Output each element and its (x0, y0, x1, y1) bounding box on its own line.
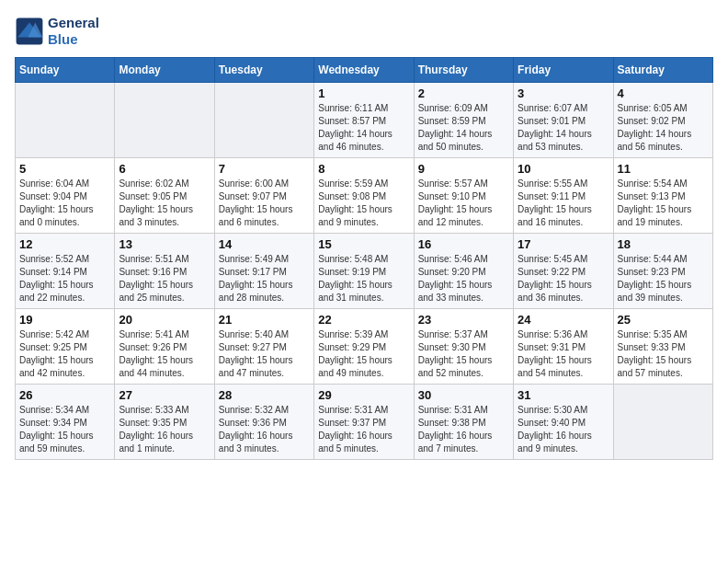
calendar-cell: 24Sunrise: 5:36 AM Sunset: 9:31 PM Dayli… (514, 309, 613, 385)
day-number: 6 (119, 162, 210, 176)
day-number: 20 (119, 313, 210, 327)
day-info: Sunrise: 6:02 AM Sunset: 9:05 PM Dayligh… (119, 178, 210, 229)
calendar-cell: 30Sunrise: 5:31 AM Sunset: 9:38 PM Dayli… (414, 385, 513, 460)
calendar-cell: 25Sunrise: 5:35 AM Sunset: 9:33 PM Dayli… (613, 309, 712, 385)
day-header-friday: Friday (514, 58, 613, 83)
day-number: 31 (518, 388, 609, 402)
day-number: 23 (418, 313, 509, 327)
day-number: 26 (19, 388, 110, 402)
calendar-cell: 9Sunrise: 5:57 AM Sunset: 9:10 PM Daylig… (414, 158, 513, 234)
logo: General Blue (15, 15, 99, 48)
day-info: Sunrise: 5:36 AM Sunset: 9:31 PM Dayligh… (518, 328, 609, 380)
calendar-cell: 27Sunrise: 5:33 AM Sunset: 9:35 PM Dayli… (115, 385, 214, 460)
calendar-cell: 28Sunrise: 5:32 AM Sunset: 9:36 PM Dayli… (214, 385, 313, 460)
calendar-cell: 10Sunrise: 5:55 AM Sunset: 9:11 PM Dayli… (514, 158, 613, 234)
day-info: Sunrise: 5:59 AM Sunset: 9:08 PM Dayligh… (318, 178, 409, 229)
day-number: 14 (219, 237, 310, 251)
calendar-cell: 12Sunrise: 5:52 AM Sunset: 9:14 PM Dayli… (16, 234, 115, 309)
day-number: 13 (119, 237, 210, 251)
day-info: Sunrise: 5:30 AM Sunset: 9:40 PM Dayligh… (518, 404, 609, 455)
calendar-cell (115, 83, 214, 158)
calendar-cell: 23Sunrise: 5:37 AM Sunset: 9:30 PM Dayli… (414, 309, 513, 385)
day-info: Sunrise: 5:39 AM Sunset: 9:29 PM Dayligh… (318, 328, 409, 380)
calendar-cell (613, 385, 712, 460)
day-header-monday: Monday (115, 58, 214, 83)
day-info: Sunrise: 5:46 AM Sunset: 9:20 PM Dayligh… (418, 253, 509, 304)
calendar-cell: 8Sunrise: 5:59 AM Sunset: 9:08 PM Daylig… (314, 158, 414, 234)
day-info: Sunrise: 5:45 AM Sunset: 9:22 PM Dayligh… (518, 253, 609, 304)
calendar-cell: 29Sunrise: 5:31 AM Sunset: 9:37 PM Dayli… (314, 385, 414, 460)
day-info: Sunrise: 5:37 AM Sunset: 9:30 PM Dayligh… (418, 328, 509, 380)
calendar-table: SundayMondayTuesdayWednesdayThursdayFrid… (15, 57, 713, 460)
day-info: Sunrise: 6:00 AM Sunset: 9:07 PM Dayligh… (219, 178, 310, 229)
day-number: 16 (418, 237, 509, 251)
day-info: Sunrise: 5:52 AM Sunset: 9:14 PM Dayligh… (19, 253, 110, 304)
page-header: General Blue (15, 15, 713, 48)
calendar-cell: 11Sunrise: 5:54 AM Sunset: 9:13 PM Dayli… (613, 158, 712, 234)
day-info: Sunrise: 5:42 AM Sunset: 9:25 PM Dayligh… (19, 328, 110, 380)
day-info: Sunrise: 6:04 AM Sunset: 9:04 PM Dayligh… (19, 178, 110, 229)
calendar-cell: 17Sunrise: 5:45 AM Sunset: 9:22 PM Dayli… (514, 234, 613, 309)
calendar-week-1: 1Sunrise: 6:11 AM Sunset: 8:57 PM Daylig… (16, 83, 713, 158)
day-number: 21 (219, 313, 310, 327)
day-info: Sunrise: 5:40 AM Sunset: 9:27 PM Dayligh… (219, 328, 310, 380)
calendar-cell: 21Sunrise: 5:40 AM Sunset: 9:27 PM Dayli… (214, 309, 313, 385)
calendar-week-3: 12Sunrise: 5:52 AM Sunset: 9:14 PM Dayli… (16, 234, 713, 309)
day-number: 28 (219, 388, 310, 402)
calendar-cell: 15Sunrise: 5:48 AM Sunset: 9:19 PM Dayli… (314, 234, 414, 309)
day-info: Sunrise: 5:33 AM Sunset: 9:35 PM Dayligh… (119, 404, 210, 455)
day-info: Sunrise: 5:48 AM Sunset: 9:19 PM Dayligh… (318, 253, 409, 304)
day-info: Sunrise: 5:49 AM Sunset: 9:17 PM Dayligh… (219, 253, 310, 304)
day-info: Sunrise: 6:11 AM Sunset: 8:57 PM Dayligh… (318, 102, 409, 154)
day-number: 18 (618, 237, 709, 251)
logo-text: General Blue (48, 15, 99, 48)
calendar-cell: 14Sunrise: 5:49 AM Sunset: 9:17 PM Dayli… (214, 234, 313, 309)
day-info: Sunrise: 5:51 AM Sunset: 9:16 PM Dayligh… (119, 253, 210, 304)
day-info: Sunrise: 5:35 AM Sunset: 9:33 PM Dayligh… (618, 328, 709, 380)
day-header-saturday: Saturday (613, 58, 712, 83)
day-info: Sunrise: 5:44 AM Sunset: 9:23 PM Dayligh… (618, 253, 709, 304)
day-number: 3 (518, 86, 609, 100)
day-number: 12 (19, 237, 110, 251)
calendar-cell (16, 83, 115, 158)
day-number: 19 (19, 313, 110, 327)
calendar-cell: 22Sunrise: 5:39 AM Sunset: 9:29 PM Dayli… (314, 309, 414, 385)
calendar-cell: 4Sunrise: 6:05 AM Sunset: 9:02 PM Daylig… (613, 83, 712, 158)
day-number: 8 (318, 162, 409, 176)
day-number: 24 (518, 313, 609, 327)
calendar-cell: 6Sunrise: 6:02 AM Sunset: 9:05 PM Daylig… (115, 158, 214, 234)
calendar-cell: 13Sunrise: 5:51 AM Sunset: 9:16 PM Dayli… (115, 234, 214, 309)
day-number: 10 (518, 162, 609, 176)
day-number: 5 (19, 162, 110, 176)
calendar-cell: 31Sunrise: 5:30 AM Sunset: 9:40 PM Dayli… (514, 385, 613, 460)
day-number: 11 (618, 162, 709, 176)
calendar-cell: 5Sunrise: 6:04 AM Sunset: 9:04 PM Daylig… (16, 158, 115, 234)
day-number: 22 (318, 313, 409, 327)
calendar-week-2: 5Sunrise: 6:04 AM Sunset: 9:04 PM Daylig… (16, 158, 713, 234)
calendar-cell: 26Sunrise: 5:34 AM Sunset: 9:34 PM Dayli… (16, 385, 115, 460)
day-info: Sunrise: 6:09 AM Sunset: 8:59 PM Dayligh… (418, 102, 509, 154)
day-number: 15 (318, 237, 409, 251)
day-info: Sunrise: 5:31 AM Sunset: 9:37 PM Dayligh… (318, 404, 409, 455)
day-number: 30 (418, 388, 509, 402)
day-header-thursday: Thursday (414, 58, 513, 83)
calendar-cell: 1Sunrise: 6:11 AM Sunset: 8:57 PM Daylig… (314, 83, 414, 158)
day-number: 29 (318, 388, 409, 402)
day-header-sunday: Sunday (16, 58, 115, 83)
logo-icon (15, 17, 44, 46)
day-info: Sunrise: 5:57 AM Sunset: 9:10 PM Dayligh… (418, 178, 509, 229)
day-number: 27 (119, 388, 210, 402)
day-info: Sunrise: 5:41 AM Sunset: 9:26 PM Dayligh… (119, 328, 210, 380)
day-number: 7 (219, 162, 310, 176)
day-info: Sunrise: 5:32 AM Sunset: 9:36 PM Dayligh… (219, 404, 310, 455)
calendar-week-4: 19Sunrise: 5:42 AM Sunset: 9:25 PM Dayli… (16, 309, 713, 385)
day-info: Sunrise: 5:54 AM Sunset: 9:13 PM Dayligh… (618, 178, 709, 229)
calendar-cell: 19Sunrise: 5:42 AM Sunset: 9:25 PM Dayli… (16, 309, 115, 385)
calendar-cell (214, 83, 313, 158)
day-number: 2 (418, 86, 509, 100)
day-header-tuesday: Tuesday (214, 58, 313, 83)
day-info: Sunrise: 5:31 AM Sunset: 9:38 PM Dayligh… (418, 404, 509, 455)
calendar-body: 1Sunrise: 6:11 AM Sunset: 8:57 PM Daylig… (16, 83, 713, 460)
day-info: Sunrise: 5:55 AM Sunset: 9:11 PM Dayligh… (518, 178, 609, 229)
calendar-cell: 20Sunrise: 5:41 AM Sunset: 9:26 PM Dayli… (115, 309, 214, 385)
